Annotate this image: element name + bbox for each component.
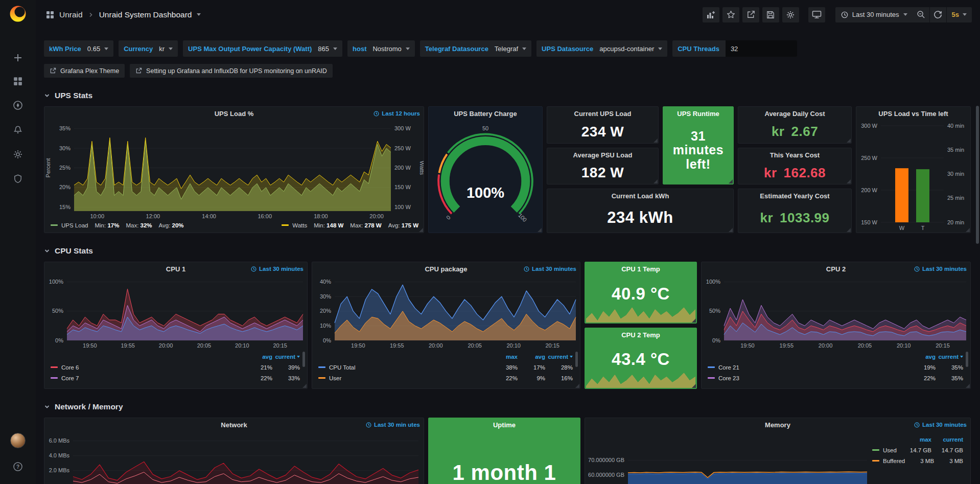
series-toggle[interactable]: Core 7 (51, 375, 245, 381)
cpu2-chart[interactable]: 0%50%100%19:5019:5520:0020:0520:1020:15 (702, 276, 970, 350)
link-grafana-plex-theme[interactable]: Grafana Plex Theme (44, 64, 125, 78)
panel-title[interactable]: Current UPS Load (574, 110, 632, 118)
series-swatch (282, 224, 289, 226)
panel-title[interactable]: CPU 1 (166, 265, 185, 273)
panel-title[interactable]: UPS Load vs Time left (878, 110, 948, 118)
variable-ups-max-output[interactable]: UPS Max Output Power Capacity (Watt) 865 (183, 40, 342, 57)
refresh-button[interactable] (930, 7, 947, 22)
stat-value: 31 minutes left! (663, 121, 733, 184)
configuration-gear-icon[interactable] (13, 149, 23, 159)
series-toggle[interactable]: Core 21 (708, 364, 908, 371)
ups-load-chart[interactable]: 15%20%25%30%35%100 W150 W200 W250 W300 W… (44, 121, 424, 220)
legend-row: Core 7 22% 33% (51, 373, 300, 383)
section-cpu-stats[interactable]: CPU Stats (44, 246, 971, 256)
breadcrumb-folder[interactable]: Unraid (59, 10, 83, 19)
panel-title[interactable]: UPS Load % (215, 110, 254, 118)
create-icon[interactable] (13, 53, 22, 62)
navbar: Unraid Unraid System Dashboard Last 30 m… (36, 0, 980, 29)
zoom-out-button[interactable] (913, 7, 930, 22)
save-button[interactable] (762, 7, 779, 22)
variable-cpu-threads[interactable]: CPU Threads 32 (672, 40, 797, 57)
share-button[interactable] (742, 7, 759, 22)
ups-load-vs-time-chart[interactable]: 150 W200 W250 W300 W20 min25 min30 min35… (856, 121, 970, 233)
cpu1-chart[interactable]: 0%50%100%19:5019:5520:0020:0520:1020:15 (44, 276, 307, 350)
legend-item[interactable]: UPS Load Min: 17% Max: 32% Avg: 20% (51, 222, 184, 228)
variable-currency[interactable]: Currency kr (119, 40, 178, 57)
section-network-memory[interactable]: Network / Memory (44, 402, 971, 411)
legend-item[interactable]: Watts Min: 148 W Max: 278 W Avg: 175 W (282, 222, 418, 228)
series-toggle[interactable]: Core 23 (708, 375, 908, 381)
panel-title[interactable]: CPU 2 (826, 265, 846, 273)
cpu-package-chart[interactable]: 0%10%20%30%40%19:5019:5520:0020:0520:102… (312, 276, 580, 350)
link-ups-monitoring-guide[interactable]: Setting up Grafana and InfluxDB for UPS … (130, 64, 333, 78)
variable-kwh-price[interactable]: kWh Price 0.65 (44, 40, 113, 57)
star-button[interactable] (722, 7, 739, 22)
section-ups-stats[interactable]: UPS Stats (44, 91, 971, 100)
panel-title[interactable]: CPU package (425, 265, 467, 273)
panel-ups-runtime: UPS Runtime 31 minutes left! (663, 106, 734, 185)
panel-title[interactable]: Memory (765, 421, 790, 429)
svg-text:100%: 100% (49, 279, 63, 285)
variable-host[interactable]: host Nostromo (347, 40, 415, 57)
chevron-down-icon[interactable] (197, 13, 201, 16)
panel-title[interactable]: Estimated Yearly Cost (760, 192, 829, 200)
add-panel-button[interactable] (703, 7, 719, 22)
explore-compass-icon[interactable] (13, 100, 23, 110)
time-range-picker[interactable]: Last 30 minutes (835, 7, 913, 22)
cpu-threads-input[interactable]: 32 (726, 40, 797, 57)
breadcrumb-dashboard-title[interactable]: Unraid System Dashboard (99, 10, 192, 19)
svg-text:20:15: 20:15 (936, 342, 950, 349)
panel-time-range[interactable]: Last 30 minutes (251, 266, 304, 272)
panel-title[interactable]: Average PSU Load (573, 151, 633, 159)
dashboard-content: kWh Price 0.65 Currency kr UPS Max Outpu… (36, 29, 975, 484)
legend-row: Buffered 3 MB 3 MB (872, 455, 963, 466)
panel-time-range[interactable]: Last 30 minutes (914, 266, 967, 272)
grafana-logo[interactable] (8, 4, 28, 26)
series-toggle[interactable]: Used (872, 447, 900, 453)
variable-telegraf-datasource[interactable]: Telegraf Datasource Telegraf (420, 40, 531, 57)
panel-time-range[interactable]: Last 30 min utes (366, 422, 420, 428)
panel-title[interactable]: UPS Runtime (677, 110, 719, 118)
panel-time-range[interactable]: Last 30 minutes (524, 266, 576, 272)
series-toggle[interactable]: Core 6 (51, 364, 245, 371)
page-scrollbar[interactable] (975, 29, 980, 484)
kiosk-monitor-button[interactable] (808, 7, 825, 22)
user-avatar[interactable] (10, 433, 26, 448)
stat-value: kr162.68 (738, 162, 851, 185)
help-icon[interactable]: ? (13, 462, 23, 472)
panel-cpu2: CPU 2 Last 30 minutes 0%50%100%19:5019:5… (701, 262, 971, 389)
legend-scrollbar[interactable] (302, 352, 305, 367)
panel-title[interactable]: CPU 1 Temp (621, 265, 660, 273)
svg-text:20:00: 20:00 (819, 342, 833, 349)
series-toggle[interactable]: CPU Total (318, 364, 490, 371)
legend-scrollbar[interactable] (966, 352, 968, 367)
panel-title[interactable]: Uptime (493, 421, 516, 429)
refresh-interval-picker[interactable]: 5s (947, 7, 972, 22)
series-toggle[interactable]: User (318, 375, 490, 381)
scrollbar-thumb[interactable] (976, 106, 979, 244)
svg-text:0%: 0% (323, 337, 331, 343)
alerting-bell-icon[interactable] (13, 125, 23, 135)
variable-ups-datasource[interactable]: UPS Datasource apcupsd-container (536, 40, 667, 57)
dashboard-settings-button[interactable] (782, 7, 799, 22)
server-admin-shield-icon[interactable] (13, 174, 23, 184)
cpu-stats-row: CPU 1 Last 30 minutes 0%50%100%19:5019:5… (44, 262, 971, 389)
panel-current-load-kwh: Current Load kWh 234 kWh (547, 189, 734, 233)
panel-title[interactable]: Network (221, 421, 247, 429)
panel-title[interactable]: Current Load kWh (612, 192, 669, 200)
external-link-icon (135, 67, 142, 74)
panel-title[interactable]: CPU 2 Temp (621, 331, 660, 339)
series-toggle[interactable]: Buffered (872, 458, 905, 464)
panel-title[interactable]: Average Daily Cost (764, 110, 825, 118)
dashboards-icon[interactable] (13, 77, 22, 86)
memory-chart[interactable]: 50.000000 GB60.000000 GB70.000000 GB19:5… (585, 432, 870, 484)
panel-title[interactable]: UPS Battery Charge (454, 110, 517, 118)
panel-title[interactable]: This Years Cost (770, 151, 820, 159)
svg-text:20:10: 20:10 (897, 342, 911, 349)
legend-scrollbar[interactable] (575, 352, 578, 367)
panel-time-range[interactable]: Last 30 minutes (914, 422, 967, 428)
battery-gauge[interactable]: 050100 (429, 121, 542, 233)
panel-time-range[interactable]: Last 12 hours (374, 110, 420, 117)
apps-grid-icon[interactable] (46, 11, 54, 19)
network-chart[interactable]: 2.0 MBs4.0 MBs6.0 MBs19:5019:5520:0020:0… (44, 432, 424, 484)
